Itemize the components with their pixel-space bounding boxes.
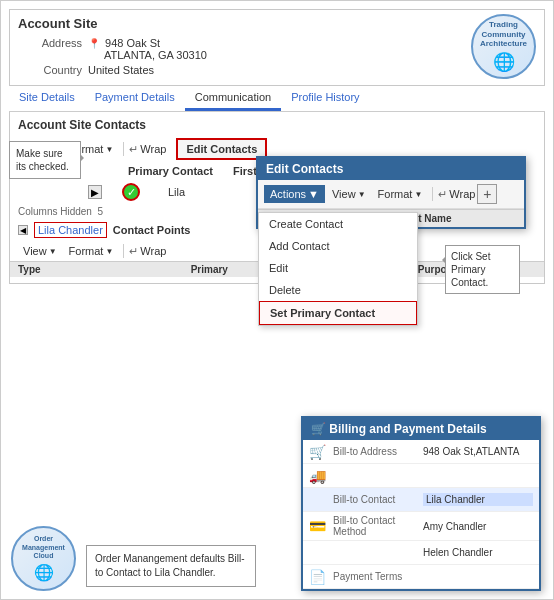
cart-small-icon: 🛒 (309, 444, 329, 460)
ec-format-button[interactable]: Format ▼ (373, 186, 428, 202)
first-name-value: Lila (168, 186, 185, 198)
bill-to-address-row: 🛒 Bill-to Address 948 Oak St,ATLANTA (303, 440, 539, 464)
oms-globe-icon: 🌐 (34, 563, 54, 582)
tab-communication[interactable]: Communication (185, 86, 281, 111)
account-site-panel: Account Site Trading Community Architect… (9, 9, 545, 86)
wrap-icon: ↵ (129, 143, 138, 156)
edit-item[interactable]: Edit (259, 257, 417, 279)
edit-contacts-toolbar: Actions ▼ View ▼ Format ▼ ↵ Wrap + Creat… (258, 180, 524, 209)
row-expander-button[interactable]: ▶ (88, 185, 102, 199)
oms-logo: Order Management Cloud 🌐 (11, 526, 76, 591)
toolbar-separator (123, 142, 124, 156)
ec-format-caret-icon: ▼ (414, 190, 422, 199)
actions-caret-icon: ▼ (308, 188, 319, 200)
tab-profile-history[interactable]: Profile History (281, 86, 369, 111)
cp-view-button[interactable]: View ▼ (18, 243, 62, 259)
ec-view-button[interactable]: View ▼ (327, 186, 371, 202)
outer-container: Account Site Trading Community Architect… (0, 0, 554, 600)
format-caret-icon: ▼ (105, 145, 113, 154)
bill-to-method-row: 💳 Bill-to Contact Method Amy Chandler (303, 512, 539, 541)
delete-item[interactable]: Delete (259, 279, 417, 301)
ec-view-caret-icon: ▼ (358, 190, 366, 199)
payment-icon: 📄 (309, 569, 329, 585)
tca-logo-text: Trading Community Architecture (480, 20, 527, 49)
click-set-primary-callout: Click Set Primary Contact. (445, 245, 520, 294)
edit-contacts-button[interactable]: Edit Contacts (176, 138, 267, 160)
add-button[interactable]: + (477, 184, 497, 204)
ec-separator (432, 187, 433, 201)
payment-terms-label: Payment Terms (333, 571, 423, 582)
country-value: United States (88, 64, 154, 76)
edit-contacts-title: Edit Contacts (258, 158, 524, 180)
set-primary-contact-item[interactable]: Set Primary Contact (259, 301, 417, 325)
type-header: Type (18, 264, 191, 275)
ec-wrap-icon: ↵ (438, 188, 447, 201)
bill-to-contact-label: Bill-to Contact (333, 494, 423, 505)
primary-contact-check: ✓ (122, 183, 140, 201)
cp-format-caret-icon: ▼ (105, 247, 113, 256)
bill-to-method-value: Amy Chandler (423, 521, 533, 532)
bill-to-contact-value: Lila Chandler (423, 493, 533, 506)
bill-to-method-label: Bill-to Contact Method (333, 515, 423, 537)
address-value: 📍 948 Oak St ATLANTA, GA 30310 (88, 37, 207, 61)
tab-payment-details[interactable]: Payment Details (85, 86, 185, 111)
person-name-link[interactable]: Lila Chandler (34, 222, 107, 238)
contacts-section-title: Account Site Contacts (10, 118, 544, 136)
bill-to-contact-row: Bill-to Contact Lila Chandler (303, 488, 539, 512)
cp-wrap-icon: ↵ (129, 245, 138, 258)
delivery-row: 🚚 (303, 464, 539, 488)
method-icon: 💳 (309, 518, 329, 534)
contact-points-label: Contact Points (113, 224, 191, 236)
cp-view-caret-icon: ▼ (49, 247, 57, 256)
cp-wrap-label: Wrap (140, 245, 166, 257)
billing-title: 🛒 Billing and Payment Details (303, 418, 539, 440)
payment-terms-row: 📄 Payment Terms (303, 565, 539, 589)
primary-contact-header: Primary Contact (128, 165, 213, 177)
address-row: Address 📍 948 Oak St ATLANTA, GA 30310 (18, 37, 536, 61)
add-contact-item[interactable]: Add Contact (259, 235, 417, 257)
make-sure-callout: Make sure its checked. (9, 141, 81, 179)
country-label: Country (18, 64, 88, 76)
wrap-label: Wrap (140, 143, 166, 155)
tca-logo: Trading Community Architecture 🌐 (471, 14, 536, 79)
bill-to-address-value: 948 Oak St,ATLANTA (423, 446, 533, 457)
ec-wrap-label: Wrap (449, 188, 475, 200)
tabs-row: Site Details Payment Details Communicati… (9, 86, 545, 112)
address-label: Address (18, 37, 88, 49)
bill-alt-contact-row: Helen Chandler (303, 541, 539, 565)
address-pin-icon: 📍 (88, 38, 100, 49)
billing-panel: 🛒 Billing and Payment Details 🛒 Bill-to … (301, 416, 541, 591)
ec-lastname-header: Last Name (401, 213, 516, 224)
panel-title: Account Site (18, 16, 536, 31)
cp-format-button[interactable]: Format ▼ (64, 243, 119, 259)
cp-toolbar-separator (123, 244, 124, 258)
cart-icon: 🛒 (311, 422, 326, 436)
bill-to-address-label: Bill-to Address (333, 446, 423, 457)
delivery-truck-icon: 🚚 (309, 468, 329, 484)
oms-logo-text: Order Management Cloud (22, 535, 65, 560)
tab-site-details[interactable]: Site Details (9, 86, 85, 111)
actions-dropdown-menu: Create Contact Add Contact Edit Delete S… (258, 212, 418, 326)
oms-callout: Order Manangement defaults Bill-to Conta… (86, 545, 256, 587)
globe-icon: 🌐 (493, 51, 515, 73)
country-row: Country United States (18, 64, 536, 76)
person-expander-button[interactable]: ◀ (18, 225, 28, 235)
edit-contacts-popup: Edit Contacts Actions ▼ View ▼ Format ▼ … (256, 156, 526, 229)
alt-value: Helen Chandler (423, 547, 533, 558)
actions-button[interactable]: Actions ▼ (264, 185, 325, 203)
create-contact-item[interactable]: Create Contact (259, 213, 417, 235)
